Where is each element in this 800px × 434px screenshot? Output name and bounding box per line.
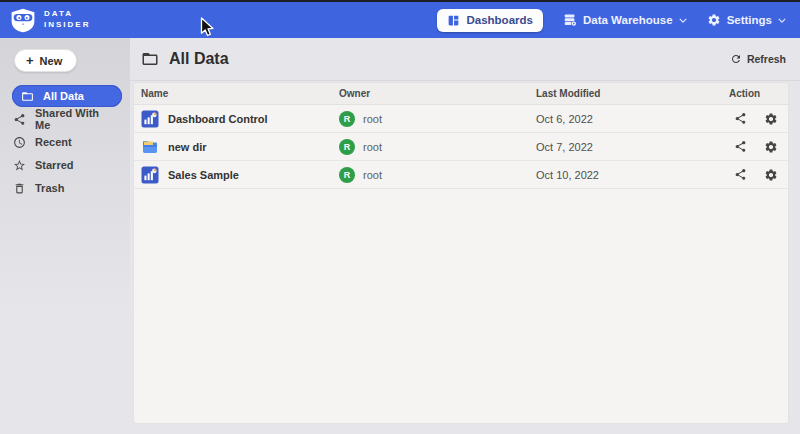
brand-logo: DATA INSIDER	[10, 7, 90, 33]
file-table: Name Owner Last Modified Action Dashboar…	[133, 82, 789, 424]
folder-icon	[21, 90, 34, 103]
sidebar-item-label: Shared With Me	[35, 107, 114, 131]
owner-name: root	[363, 141, 382, 153]
share-button[interactable]	[734, 112, 747, 125]
file-name: Dashboard Control	[168, 113, 268, 125]
plus-icon: +	[26, 54, 34, 67]
sidebar-item-recent[interactable]: Recent	[12, 131, 122, 153]
table-row[interactable]: new dir R root Oct 7, 2022	[134, 133, 788, 161]
owner-avatar: R	[339, 167, 355, 183]
sidebar-item-label: All Data	[43, 90, 84, 102]
table-header: Name Owner Last Modified Action	[134, 83, 788, 105]
file-name: new dir	[168, 141, 207, 153]
refresh-icon	[730, 53, 742, 65]
owner-name: root	[363, 169, 382, 181]
owl-logo-icon	[10, 7, 36, 33]
settings-button[interactable]	[764, 140, 778, 154]
owner-avatar: R	[339, 139, 355, 155]
nav-dashboards-button[interactable]: Dashboards	[437, 9, 542, 32]
nav-settings-button[interactable]: Settings	[707, 13, 786, 27]
chevron-down-icon	[778, 18, 786, 23]
database-icon	[563, 13, 577, 27]
sidebar: + New All Data Shared With Me Recen	[0, 38, 130, 434]
sidebar-nav: All Data Shared With Me Recent Starred	[0, 85, 130, 199]
sidebar-item-starred[interactable]: Starred	[12, 154, 122, 176]
main-content: All Data Refresh Name Owner Last Modifie…	[130, 38, 800, 434]
table-row[interactable]: Sales Sample R root Oct 10, 2022	[134, 161, 788, 189]
sidebar-item-label: Starred	[35, 159, 74, 171]
refresh-button[interactable]: Refresh	[730, 53, 786, 65]
trash-icon	[13, 182, 26, 195]
column-header-name[interactable]: Name	[141, 88, 339, 99]
nav-settings-label: Settings	[727, 14, 772, 26]
column-header-last-modified[interactable]: Last Modified	[536, 88, 729, 99]
nav-dashboards-label: Dashboards	[466, 14, 532, 26]
sidebar-item-trash[interactable]: Trash	[12, 177, 122, 199]
sidebar-item-all-data[interactable]: All Data	[12, 85, 122, 107]
settings-button[interactable]	[764, 112, 778, 126]
last-modified-date: Oct 10, 2022	[536, 169, 729, 181]
clock-icon	[13, 136, 26, 149]
share-button[interactable]	[734, 168, 747, 181]
file-name: Sales Sample	[168, 169, 239, 181]
gear-icon	[707, 13, 721, 27]
topbar: DATA INSIDER Dashboards	[0, 2, 800, 38]
star-icon	[13, 159, 26, 172]
top-navigation: Dashboards Data Warehouse	[437, 9, 786, 32]
owner-avatar: R	[339, 111, 355, 127]
column-header-owner[interactable]: Owner	[339, 88, 536, 99]
dashboard-file-icon	[141, 110, 159, 128]
column-header-action: Action	[729, 88, 788, 99]
table-row[interactable]: Dashboard Control R root Oct 6, 2022	[134, 105, 788, 133]
dashboard-file-icon	[141, 166, 159, 184]
sidebar-item-label: Recent	[35, 136, 72, 148]
share-icon	[13, 113, 26, 126]
nav-data-warehouse-label: Data Warehouse	[583, 14, 673, 26]
sidebar-item-shared-with-me[interactable]: Shared With Me	[12, 108, 122, 130]
sidebar-item-label: Trash	[35, 182, 64, 194]
folder-icon	[141, 50, 159, 68]
nav-data-warehouse-button[interactable]: Data Warehouse	[563, 13, 687, 27]
page-title: All Data	[169, 50, 229, 68]
brand-name: DATA INSIDER	[44, 9, 90, 31]
folder-file-icon	[141, 138, 159, 156]
owner-name: root	[363, 113, 382, 125]
chevron-down-icon	[679, 18, 687, 23]
last-modified-date: Oct 6, 2022	[536, 113, 729, 125]
page-header: All Data Refresh	[130, 38, 800, 81]
new-button[interactable]: + New	[14, 49, 77, 72]
new-button-label: New	[40, 55, 63, 67]
table-body: Dashboard Control R root Oct 6, 2022	[134, 105, 788, 189]
refresh-label: Refresh	[747, 53, 786, 65]
dashboard-icon	[447, 14, 460, 27]
settings-button[interactable]	[764, 168, 778, 182]
share-button[interactable]	[734, 140, 747, 153]
last-modified-date: Oct 7, 2022	[536, 141, 729, 153]
